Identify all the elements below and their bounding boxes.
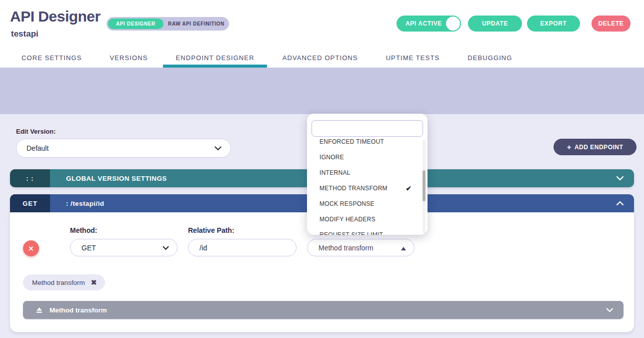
method-transform-section-bar[interactable]: Method transform xyxy=(23,301,624,319)
api-active-toggle[interactable]: API ACTIVE xyxy=(396,16,461,32)
tab-uptime-tests[interactable]: UPTIME TESTS xyxy=(386,48,440,68)
plugin-select[interactable]: Method transform xyxy=(307,239,414,256)
plugin-dropdown-list: ENFORCED TIMEOUT IGNORE INTERNAL METHOD … xyxy=(307,138,428,235)
chevron-down-icon xyxy=(162,244,169,252)
tab-advanced-options[interactable]: ADVANCED OPTIONS xyxy=(282,48,358,68)
plugin-select-value: Method transform xyxy=(318,244,374,252)
close-icon: ✕ xyxy=(28,245,34,252)
toggle-knob[interactable] xyxy=(446,17,460,31)
chevron-up-icon[interactable] xyxy=(616,201,624,206)
add-endpoint-label: ADD ENDPOINT xyxy=(574,144,623,151)
plugin-option-mock-response[interactable]: MOCK RESPONSE xyxy=(307,196,428,212)
delete-button[interactable]: DELETE xyxy=(592,16,630,32)
version-select[interactable]: Default xyxy=(16,139,231,158)
plugin-dropdown-panel: ENFORCED TIMEOUT IGNORE INTERNAL METHOD … xyxy=(307,114,428,235)
plugin-option-internal[interactable]: INTERNAL xyxy=(307,165,428,181)
triangle-up-icon xyxy=(401,244,406,252)
relative-path-input[interactable] xyxy=(188,239,296,256)
edit-version-label: Edit Version: xyxy=(16,128,56,135)
tab-core-settings[interactable]: CORE SETTINGS xyxy=(22,48,82,68)
chevron-down-icon xyxy=(214,144,222,152)
plugin-option-modify-headers[interactable]: MODIFY HEADERS xyxy=(307,212,428,227)
method-select[interactable]: GET xyxy=(70,239,178,256)
page-title: API Designer xyxy=(10,8,100,25)
version-select-value: Default xyxy=(26,144,48,152)
plugin-search-input[interactable] xyxy=(312,120,423,137)
plus-icon: + xyxy=(567,143,572,151)
export-button[interactable]: EXPORT xyxy=(527,16,580,32)
selected-plugin-chip: Method transform ✖ xyxy=(23,274,105,290)
api-name: testapi xyxy=(11,29,38,39)
chevron-down-icon[interactable] xyxy=(606,308,614,312)
plugin-option-enforced-timeout[interactable]: ENFORCED TIMEOUT xyxy=(307,138,428,150)
method-badge: GET xyxy=(10,194,50,212)
remove-endpoint-button[interactable]: ✕ xyxy=(23,240,39,256)
view-mode-toggle[interactable]: API DESIGNER RAW API DEFINITION xyxy=(106,17,229,31)
method-select-value: GET xyxy=(82,244,96,252)
endpoint-path-title: : /testapi/id xyxy=(66,200,104,207)
relative-path-label: Relative Path: xyxy=(188,226,234,234)
api-info-bar: API URL: https://tyk123.cloudv2.tyk.io/t… xyxy=(0,68,644,114)
update-button[interactable]: UPDATE xyxy=(468,16,522,32)
tab-debugging[interactable]: DEBUGGING xyxy=(468,48,512,68)
global-version-settings-title: GLOBAL VERSION SETTINGS xyxy=(66,175,167,182)
tab-versions[interactable]: VERSIONS xyxy=(110,48,148,68)
api-active-label: API ACTIVE xyxy=(406,20,442,27)
chevron-down-icon[interactable] xyxy=(616,176,624,181)
chip-close-icon[interactable]: ✖ xyxy=(91,279,97,286)
tab-endpoint-designer[interactable]: ENDPOINT DESIGNER xyxy=(176,48,254,68)
toggle-option-api-designer[interactable]: API DESIGNER xyxy=(108,19,164,29)
add-endpoint-button[interactable]: + ADD ENDPOINT xyxy=(554,139,636,155)
api-designer-page: API Designer testapi API DESIGNER RAW AP… xyxy=(0,0,644,338)
header: API Designer testapi API DESIGNER RAW AP… xyxy=(0,0,644,48)
check-icon: ✔ xyxy=(406,181,412,196)
plugin-option-label: METHOD TRANSFORM xyxy=(320,185,388,192)
toggle-option-raw-api-definition[interactable]: RAW API DEFINITION xyxy=(164,21,229,27)
plugin-chip-label: Method transform xyxy=(32,279,85,286)
scrollbar-thumb[interactable] xyxy=(422,170,426,201)
eject-icon xyxy=(36,307,42,313)
plugin-option-method-transform[interactable]: METHOD TRANSFORM ✔ xyxy=(307,181,428,196)
method-field-label: Method: xyxy=(70,226,97,234)
relative-path-field xyxy=(188,239,296,256)
drag-handle-icon[interactable]: : : xyxy=(10,169,50,187)
plugin-option-ignore[interactable]: IGNORE xyxy=(307,150,428,165)
nav-tabs: CORE SETTINGS VERSIONS ENDPOINT DESIGNER… xyxy=(22,48,512,68)
plugin-section-title: Method transform xyxy=(50,306,107,314)
plugin-option-request-size-limit[interactable]: REQUEST SIZE LIMIT xyxy=(307,227,428,235)
